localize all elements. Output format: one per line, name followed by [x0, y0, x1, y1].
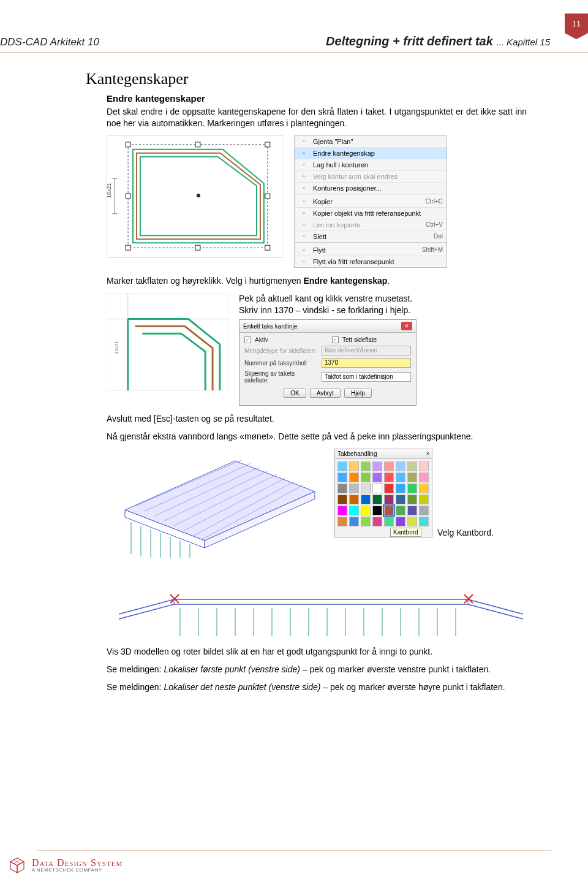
palette-swatch[interactable] [372, 506, 382, 515]
header-title: Deltegning + fritt definert tak ... Kapi… [326, 34, 550, 48]
menu-item-label: Kopier [313, 198, 425, 205]
palette-title: Takbehandling [337, 450, 377, 457]
palette-swatch[interactable] [384, 484, 394, 493]
nummer-input[interactable]: 1370 [322, 358, 411, 368]
palette-swatch[interactable] [384, 517, 394, 526]
help-button[interactable]: Hjelp [344, 389, 372, 398]
palette-swatch[interactable] [361, 506, 371, 515]
svg-rect-3 [265, 142, 270, 147]
select-icon: ▫ [298, 172, 309, 181]
skjaering-combo[interactable]: Takfot som i takdefinisjon [322, 372, 411, 382]
palette-swatch[interactable] [384, 461, 394, 471]
palette-swatch[interactable] [349, 484, 359, 493]
palette-swatch[interactable] [372, 461, 382, 471]
palette-swatch[interactable] [407, 461, 417, 471]
palette-swatch[interactable] [361, 495, 371, 504]
palette-swatch[interactable] [337, 484, 347, 493]
menu-item[interactable]: ▫Konturens posisjoner... [295, 183, 447, 194]
svg-rect-7 [195, 245, 200, 250]
palette-swatch[interactable] [396, 461, 405, 471]
svg-marker-59 [17, 862, 24, 873]
palette-swatch[interactable] [407, 506, 417, 515]
menu-item[interactable]: ▫KopierCtrl+C [295, 196, 447, 208]
palette-swatch[interactable] [419, 495, 429, 504]
menu-item[interactable]: ▫SlettDel [295, 231, 447, 242]
after-fig2-text: Avslutt med [Esc]-tasten og se på result… [107, 413, 527, 425]
palette-swatch[interactable] [407, 517, 417, 526]
palette-swatch[interactable] [396, 484, 405, 493]
page-header: DDS-CAD Arkitekt 10 Deltegning + fritt d… [0, 0, 588, 53]
palette-swatch[interactable] [337, 461, 347, 471]
menu-item[interactable]: ▫Velg kontur som skal endres [295, 171, 447, 183]
header-chapter: ... Kapittel 15 [496, 37, 550, 47]
palette-swatch[interactable] [372, 484, 382, 493]
palette-swatch[interactable] [419, 517, 429, 526]
palette-swatch[interactable] [361, 484, 371, 493]
palette-swatch[interactable] [372, 473, 382, 482]
svg-rect-4 [126, 194, 130, 199]
header-app-name: DDS-CAD Arkitekt 10 [0, 36, 99, 48]
dialog-titlebar: Enkelt taks kantlinje ✕ [239, 320, 416, 333]
palette-swatch[interactable] [372, 495, 382, 504]
palette-swatch[interactable] [384, 473, 394, 482]
palette-swatch[interactable] [396, 506, 405, 515]
palette-swatch[interactable] [384, 495, 394, 504]
palette-swatch[interactable] [396, 517, 405, 526]
roof-3d-illustration [107, 449, 327, 559]
menu-item[interactable]: ▫Flytt via fritt referansepunkt [295, 256, 447, 267]
palette-swatch[interactable] [361, 473, 371, 482]
palette-swatch[interactable] [349, 461, 359, 471]
moveref-icon: ▫ [298, 257, 309, 266]
header-title-main: Deltegning + fritt definert tak [326, 34, 493, 48]
palette-swatch[interactable] [349, 506, 359, 515]
menu-item-label: Kopier objekt via fritt referansepunkt [313, 210, 443, 217]
palette-swatch[interactable] [407, 495, 417, 504]
palette-swatch[interactable] [337, 495, 347, 504]
mengdetype-combo[interactable]: Ikke definert/Annen [322, 346, 411, 355]
menu-item[interactable]: ▫FlyttShift+M [295, 245, 447, 256]
palette-swatch[interactable] [349, 517, 359, 526]
menu-item-shortcut: Ctrl+C [425, 198, 443, 205]
palette-swatch[interactable] [361, 517, 371, 526]
svg-rect-6 [126, 245, 130, 250]
close-icon[interactable]: × [426, 450, 429, 457]
ok-button[interactable]: OK [284, 389, 306, 398]
repeat-icon: ▫ [298, 137, 309, 146]
nummer-label: Nummer på taksymbol: [244, 360, 318, 367]
context-menu: ▫Gjenta "Plan"▫Endre kantegenskap▫Lag hu… [294, 135, 447, 268]
palette-swatch[interactable] [361, 461, 371, 471]
palette-swatch[interactable] [396, 495, 405, 504]
palette-swatch[interactable] [419, 473, 429, 482]
menu-item-label: Flytt [313, 246, 422, 254]
close-icon[interactable]: ✕ [401, 322, 412, 330]
palette-swatch[interactable] [337, 506, 347, 515]
menu-item[interactable]: ▫Lim inn kopierteCtrl+V [295, 219, 447, 231]
figure-corner-dialog: 10x21 Pek på aktuell kant og klikk venst… [107, 293, 527, 406]
palette-swatch[interactable] [396, 473, 405, 482]
svg-rect-5 [265, 194, 270, 199]
menu-item[interactable]: ▫Endre kantegenskap [295, 148, 447, 159]
menu-item[interactable]: ▫Lag hull i konturen [295, 159, 447, 171]
palette-swatch[interactable] [349, 495, 359, 504]
palette-swatch[interactable] [337, 473, 347, 482]
menu-item-label: Flytt via fritt referansepunkt [313, 258, 443, 265]
palette-swatch[interactable] [419, 461, 429, 471]
palette-swatch[interactable] [349, 473, 359, 482]
menu-item-shortcut: Shift+M [422, 246, 443, 253]
palette-swatch[interactable] [337, 517, 347, 526]
tett-checkbox[interactable]: ✓ [332, 336, 339, 343]
aktiv-checkbox[interactable]: ✓ [244, 336, 251, 343]
menu-item-label: Velg kontur som skal endres [313, 173, 443, 180]
position-icon: ▫ [298, 184, 309, 192]
palette-swatch[interactable] [419, 506, 429, 515]
menu-item[interactable]: ▫Gjenta "Plan" [295, 136, 447, 148]
palette-swatch[interactable] [372, 517, 382, 526]
footer-logo: Data Design System A NEMETSCHEK COMPANY [0, 857, 123, 874]
palette-swatch[interactable] [407, 484, 417, 493]
menu-item-label: Konturens posisjoner... [313, 184, 443, 192]
palette-swatch[interactable] [419, 484, 429, 493]
palette-swatch[interactable] [384, 506, 394, 515]
menu-item[interactable]: ▫Kopier objekt via fritt referansepunkt [295, 208, 447, 219]
palette-swatch[interactable] [407, 473, 417, 482]
cancel-button[interactable]: Avbryt [310, 389, 341, 398]
